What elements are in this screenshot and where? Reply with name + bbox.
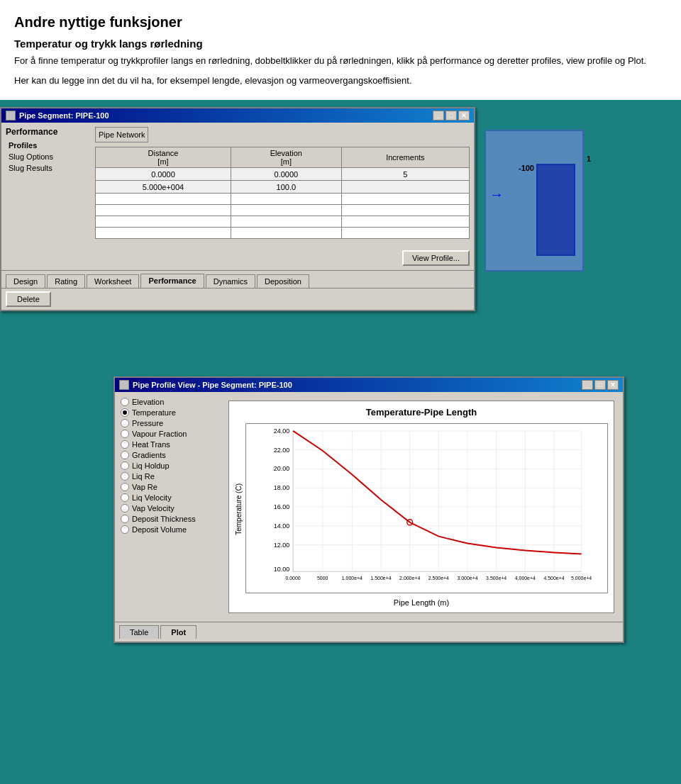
paragraph-2: Her kan du legge inn det du vil ha, for … bbox=[14, 74, 667, 88]
radio-deposit-thickness: Deposit Thickness bbox=[121, 515, 223, 523]
radio-vap-velocity: Vap Velocity bbox=[121, 504, 223, 513]
pipe-segment-body: Performance Profiles Slug Options Slug R… bbox=[1, 123, 474, 270]
profile-close-button[interactable]: ✕ bbox=[607, 380, 619, 390]
radio-deposit-thickness-btn[interactable] bbox=[121, 515, 129, 523]
tab-bar: Design Rating Worksheet Performance Dyna… bbox=[1, 270, 474, 288]
cell-elevation-1[interactable]: 0.0000 bbox=[231, 168, 341, 181]
radio-elevation: Elevation bbox=[121, 398, 223, 406]
radio-pressure: Pressure bbox=[121, 419, 223, 427]
svg-text:1.500e+4: 1.500e+4 bbox=[370, 576, 391, 581]
pipe-segment-window: Pipe Segment: PIPE-100 _ □ ✕ Performance… bbox=[0, 107, 475, 311]
radio-temperature-btn[interactable] bbox=[121, 408, 129, 417]
tab-deposition[interactable]: Deposition bbox=[257, 274, 309, 288]
svg-text:3.500e+4: 3.500e+4 bbox=[486, 576, 506, 581]
tab-table[interactable]: Table bbox=[119, 625, 159, 639]
profile-minimize-button[interactable]: _ bbox=[582, 380, 593, 390]
profile-window-controls: _ □ ✕ bbox=[582, 380, 619, 390]
radio-vap-re-btn[interactable] bbox=[121, 483, 129, 491]
maximize-button[interactable]: □ bbox=[445, 111, 457, 121]
pipe-profile-titlebar: Pipe Profile View - Pipe Segment: PIPE-1… bbox=[115, 378, 623, 392]
svg-text:16.00: 16.00 bbox=[274, 503, 289, 510]
tab-design[interactable]: Design bbox=[6, 274, 45, 288]
cell-distance-1[interactable]: 0.0000 bbox=[96, 168, 231, 181]
pipe-segment-title: Pipe Segment: PIPE-100 bbox=[19, 111, 109, 120]
cell-increments-1[interactable]: 5 bbox=[341, 168, 469, 181]
radio-gradients: Gradients bbox=[121, 451, 223, 459]
radio-deposit-thickness-label: Deposit Thickness bbox=[132, 515, 196, 523]
pipe-diagram-inner bbox=[536, 164, 575, 256]
svg-text:22.00: 22.00 bbox=[274, 447, 289, 454]
radio-deposit-volume-btn[interactable] bbox=[121, 525, 129, 534]
radio-vap-re-label: Vap Re bbox=[132, 483, 157, 491]
profile-window-icon bbox=[119, 380, 129, 390]
profile-maximize-button[interactable]: □ bbox=[594, 380, 606, 390]
svg-text:5.000e+4: 5.000e+4 bbox=[571, 576, 592, 581]
pipe-profile-window: Pipe Profile View - Pipe Segment: PIPE-1… bbox=[114, 376, 624, 643]
svg-text:12.00: 12.00 bbox=[274, 542, 289, 549]
radio-liq-re-btn[interactable] bbox=[121, 472, 129, 481]
close-button[interactable]: ✕ bbox=[458, 111, 470, 121]
tab-performance[interactable]: Performance bbox=[140, 274, 204, 288]
profile-titlebar-left: Pipe Profile View - Pipe Segment: PIPE-1… bbox=[119, 380, 292, 390]
radio-temperature-label: Temperature bbox=[132, 408, 176, 417]
radio-liq-re-label: Liq Re bbox=[132, 472, 155, 481]
slug-results-nav[interactable]: Slug Results bbox=[6, 162, 91, 174]
window-icon bbox=[6, 111, 16, 121]
profile-body: Elevation Temperature Pressure Vapour Fr… bbox=[115, 392, 623, 622]
radio-vap-re: Vap Re bbox=[121, 483, 223, 491]
radio-deposit-volume-label: Deposit Volume bbox=[132, 525, 187, 534]
profile-tab-bar: Table Plot bbox=[115, 622, 623, 639]
pipe-profile-title: Pipe Profile View - Pipe Segment: PIPE-1… bbox=[133, 381, 292, 389]
minimize-button[interactable]: _ bbox=[433, 111, 444, 121]
window-controls: _ □ ✕ bbox=[433, 111, 470, 121]
performance-header: Performance bbox=[6, 127, 91, 137]
page-title: Andre nyttige funksjoner bbox=[14, 14, 667, 30]
slug-options-nav[interactable]: Slug Options bbox=[6, 151, 91, 162]
view-profile-button[interactable]: View Profile... bbox=[402, 250, 470, 266]
tab-dynamics[interactable]: Dynamics bbox=[206, 274, 255, 288]
titlebar-left: Pipe Segment: PIPE-100 bbox=[6, 111, 109, 121]
svg-text:3.000e+4: 3.000e+4 bbox=[457, 576, 477, 581]
radio-vap-velocity-btn[interactable] bbox=[121, 504, 129, 513]
cell-distance-2[interactable]: 5.000e+004 bbox=[96, 181, 231, 194]
bottom-toolbar: Delete bbox=[1, 288, 474, 310]
radio-gradients-btn[interactable] bbox=[121, 451, 129, 459]
radio-elevation-label: Elevation bbox=[132, 398, 164, 406]
page-subtitle: Temperatur og trykk langs rørledning bbox=[14, 38, 667, 50]
radio-liq-velocity-label: Liq Velocity bbox=[132, 493, 172, 502]
table-row: 0.0000 0.0000 5 bbox=[96, 168, 470, 181]
y-axis-label: Temperature (C) bbox=[235, 483, 243, 535]
pipe-diagram-area: → bbox=[485, 130, 584, 271]
radio-liq-holdup-btn[interactable] bbox=[121, 461, 129, 470]
radio-heat-trans-label: Heat Trans bbox=[132, 440, 170, 449]
cell-increments-2[interactable] bbox=[341, 181, 469, 194]
x-axis-label: Pipe Length (m) bbox=[235, 598, 608, 607]
svg-text:4.000e+4: 4.000e+4 bbox=[515, 576, 536, 581]
text-section: Andre nyttige funksjoner Temperatur og t… bbox=[0, 0, 681, 100]
pipe-number-text: 1 bbox=[587, 155, 591, 163]
radio-vap-velocity-label: Vap Velocity bbox=[132, 504, 175, 513]
radio-pressure-btn[interactable] bbox=[121, 419, 129, 427]
radio-liq-velocity-btn[interactable] bbox=[121, 493, 129, 502]
main-area: Pipe Segment: PIPE-100 _ □ ✕ Performance… bbox=[0, 100, 681, 710]
svg-text:2.500e+4: 2.500e+4 bbox=[428, 576, 449, 581]
table-row: 5.000e+004 100.0 bbox=[96, 181, 470, 194]
svg-text:24.00: 24.00 bbox=[274, 427, 289, 435]
table-row-empty bbox=[96, 216, 470, 228]
profiles-nav[interactable]: Profiles bbox=[6, 140, 91, 151]
tab-worksheet[interactable]: Worksheet bbox=[87, 274, 139, 288]
radio-heat-trans-btn[interactable] bbox=[121, 440, 129, 449]
tab-rating[interactable]: Rating bbox=[47, 274, 85, 288]
svg-text:0.0000: 0.0000 bbox=[285, 576, 300, 581]
delete-button[interactable]: Delete bbox=[6, 291, 51, 307]
radio-vapour-fraction-btn[interactable] bbox=[121, 430, 129, 438]
svg-text:1.000e+4: 1.000e+4 bbox=[342, 576, 362, 581]
radio-elevation-btn[interactable] bbox=[121, 398, 129, 406]
radio-liq-holdup-label: Liq Holdup bbox=[132, 461, 170, 470]
tab-plot[interactable]: Plot bbox=[160, 625, 196, 639]
cell-elevation-2[interactable]: 100.0 bbox=[231, 181, 341, 194]
chart-title: Temperature-Pipe Length bbox=[235, 407, 608, 418]
pipe-segment-titlebar: Pipe Segment: PIPE-100 _ □ ✕ bbox=[1, 108, 474, 123]
table-row-empty bbox=[96, 205, 470, 216]
radio-deposit-volume: Deposit Volume bbox=[121, 525, 223, 534]
